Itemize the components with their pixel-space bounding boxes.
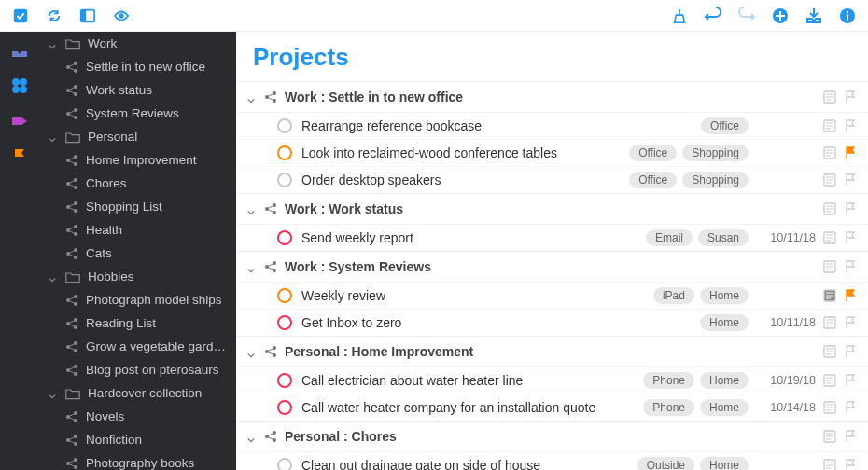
task-row[interactable]: Order desktop speakersOfficeShopping [236, 166, 868, 193]
flag-icon[interactable] [844, 374, 857, 387]
flag-icon[interactable] [844, 173, 857, 187]
task-row[interactable]: Call electrician about water heater line… [236, 366, 868, 394]
note-icon[interactable] [823, 345, 836, 358]
note-icon[interactable] [823, 146, 836, 159]
flag-icon[interactable] [844, 119, 857, 132]
sidebar-project[interactable]: Shopping List [39, 195, 236, 218]
chevron-down-icon[interactable] [49, 389, 58, 398]
sidebar-project[interactable]: Settle in to new office [39, 55, 236, 78]
flag-icon[interactable] [844, 231, 857, 244]
sidebar-project[interactable]: Home Improvement [39, 148, 236, 172]
task-row[interactable]: Clean out drainage gate on side of house… [236, 451, 868, 470]
tag-pill[interactable]: Home [700, 287, 749, 304]
task-status-circle[interactable] [277, 145, 292, 160]
sidebar-project[interactable]: Work status [39, 78, 236, 102]
flag-icon[interactable] [844, 345, 857, 358]
chevron-down-icon[interactable] [247, 432, 257, 441]
sidebar-project[interactable]: Blog post on pterosaurs [39, 358, 236, 381]
group-header[interactable]: Work : Work status [236, 194, 868, 224]
group-header[interactable]: Work : System Reviews [236, 252, 868, 282]
perspective-projects-icon[interactable] [10, 76, 29, 95]
tag-pill[interactable]: Outside [637, 457, 694, 470]
flag-icon[interactable] [844, 260, 857, 273]
tag-pill[interactable]: Phone [643, 399, 694, 416]
note-icon[interactable] [823, 316, 836, 329]
chevron-down-icon[interactable] [49, 272, 58, 282]
inbox-icon[interactable] [805, 7, 823, 25]
task-row[interactable]: Rearrange reference bookcaseOffice [236, 112, 868, 139]
task-status-circle[interactable] [277, 230, 292, 245]
task-row[interactable]: Weekly reviewiPadHome [236, 282, 868, 309]
note-icon[interactable] [823, 90, 836, 104]
task-row[interactable]: Look into reclaimed-wood conference tabl… [236, 139, 868, 166]
tag-pill[interactable]: Susan [698, 229, 749, 246]
sidebar-folder[interactable]: Work [39, 32, 236, 55]
tag-pill[interactable]: Office [629, 172, 677, 188]
note-icon[interactable] [823, 289, 836, 302]
flag-icon[interactable] [844, 90, 857, 104]
cleanup-icon[interactable] [670, 7, 689, 25]
tag-pill[interactable]: iPad [653, 287, 694, 304]
sidebar-project[interactable]: System Reviews [39, 102, 236, 125]
note-icon[interactable] [823, 430, 836, 443]
sidebar-project[interactable]: Health [39, 218, 236, 242]
sidebar-project[interactable]: Grow a vegetable garden [39, 335, 236, 358]
sidebar-project[interactable]: Photograph model ships [39, 288, 236, 311]
chevron-down-icon[interactable] [247, 347, 257, 356]
flag-icon[interactable] [844, 289, 857, 302]
perspective-inbox-icon[interactable] [10, 41, 29, 60]
task-status-circle[interactable] [277, 288, 292, 303]
sidebar-project[interactable]: Reading List [39, 311, 236, 335]
sidebar-folder[interactable]: Hobbies [39, 265, 236, 288]
group-header[interactable]: Work : Settle in to new office [236, 82, 868, 112]
sidebar-toggle-icon[interactable] [78, 7, 97, 25]
task-row[interactable]: Send weekly reportEmailSusan10/11/18 [236, 224, 868, 251]
task-row[interactable]: Call water heater company for an install… [236, 394, 868, 421]
tag-pill[interactable]: Shopping [682, 172, 749, 188]
flag-icon[interactable] [844, 146, 857, 159]
flag-icon[interactable] [844, 202, 857, 215]
note-icon[interactable] [823, 173, 836, 187]
tag-pill[interactable]: Office [701, 118, 749, 134]
completed-toggle-icon[interactable] [11, 7, 30, 25]
chevron-down-icon[interactable] [247, 204, 257, 214]
perspective-tags-icon[interactable] [10, 112, 29, 131]
chevron-down-icon[interactable] [49, 132, 58, 142]
group-header[interactable]: Personal : Chores [236, 422, 868, 451]
sidebar-project[interactable]: Novels [39, 405, 236, 428]
perspective-flagged-icon[interactable] [10, 147, 29, 166]
tag-pill[interactable]: Home [700, 372, 749, 389]
note-icon[interactable] [823, 401, 836, 414]
note-icon[interactable] [823, 202, 836, 215]
tag-pill[interactable]: Home [700, 314, 749, 331]
task-status-circle[interactable] [277, 173, 292, 187]
tag-pill[interactable]: Shopping [682, 145, 749, 161]
tag-pill[interactable]: Phone [643, 372, 694, 389]
flag-icon[interactable] [844, 459, 857, 470]
chevron-down-icon[interactable] [247, 262, 257, 271]
chevron-down-icon[interactable] [49, 39, 58, 48]
task-status-circle[interactable] [277, 400, 292, 415]
sidebar-project[interactable]: Nonfiction [39, 428, 236, 451]
task-status-circle[interactable] [277, 373, 292, 388]
sidebar-project[interactable]: Chores [39, 172, 236, 195]
sidebar-folder[interactable]: Hardcover collection [39, 381, 236, 405]
view-icon[interactable] [112, 7, 131, 25]
task-row[interactable]: Get Inbox to zeroHome10/11/18 [236, 309, 868, 336]
group-header[interactable]: Personal : Home Improvement [236, 337, 868, 366]
info-icon[interactable] [838, 7, 857, 25]
flag-icon[interactable] [844, 401, 857, 414]
tag-pill[interactable]: Home [700, 399, 749, 416]
tag-pill[interactable]: Office [629, 145, 677, 161]
note-icon[interactable] [823, 119, 836, 132]
chevron-down-icon[interactable] [247, 92, 257, 102]
flag-icon[interactable] [844, 430, 857, 443]
sidebar-project[interactable]: Cats [39, 242, 236, 265]
note-icon[interactable] [823, 459, 836, 470]
flag-icon[interactable] [844, 316, 857, 329]
redo-icon[interactable] [737, 7, 756, 25]
add-icon[interactable] [771, 7, 790, 25]
sidebar-project[interactable]: Photography books [39, 451, 236, 470]
task-status-circle[interactable] [277, 315, 292, 330]
note-icon[interactable] [823, 260, 836, 273]
